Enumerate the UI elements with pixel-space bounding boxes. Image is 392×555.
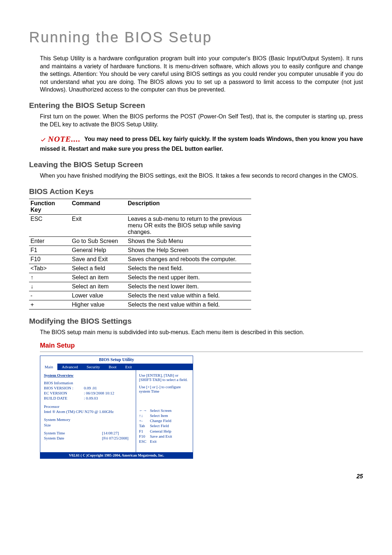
intro-paragraph: This Setup Utility is a hardware configu… <box>40 54 363 94</box>
system-time-value: [14:08:27] <box>102 430 119 436</box>
table-cell: ↓ <box>29 282 70 291</box>
table-cell: Shows the Sub Menu <box>126 236 251 246</box>
bios-help-key: ESC <box>139 439 150 444</box>
bios-help-key: +- <box>139 418 150 423</box>
table-cell: Selects the next upper item. <box>126 273 251 282</box>
page-number: 25 <box>29 473 363 480</box>
table-cell: Selects the next value within a field. <box>126 300 251 309</box>
action-keys-table: Function Key Command Description ESCExit… <box>29 199 251 309</box>
table-cell: Exit <box>70 214 126 236</box>
bios-info-label: BIOS Information <box>44 380 132 385</box>
bios-tab-main[interactable]: Main <box>40 364 57 370</box>
check-icon <box>40 136 46 143</box>
table-cell: Saves changes and reboots the computer. <box>126 255 251 264</box>
bios-version-value: 0.09 .01 <box>84 385 97 390</box>
bios-help-1: Use [ENTER], [TAB] or [SHIFT-TAB] to sel… <box>139 373 190 382</box>
bios-right-panel: Use [ENTER], [TAB] or [SHIFT-TAB] to sel… <box>136 370 193 452</box>
bios-help-desc: Select Screen <box>150 408 172 413</box>
note-text: You may need to press DEL key fairly qui… <box>40 136 363 152</box>
bios-help-key-row: F10Save and Exit <box>139 434 190 439</box>
table-cell: Selects the next field. <box>126 264 251 273</box>
table-cell: ↑ <box>29 273 70 282</box>
table-row: ESCExitLeaves a sub-menu to return to th… <box>29 214 251 236</box>
section-leaving: Leaving the BIOS Setup Screen <box>29 160 363 169</box>
note-label-text: NOTE.... <box>48 134 81 145</box>
bios-help-desc: Select Field <box>150 423 169 428</box>
table-row: +Higher valueSelects the next value with… <box>29 300 251 309</box>
bios-help-key: F1 <box>139 429 150 434</box>
bios-version-label: BIOS VERSION : <box>44 385 84 390</box>
bios-left-panel: System Overview BIOS Information BIOS VE… <box>40 370 136 452</box>
memory-label: System Memory <box>44 417 132 422</box>
table-row: ↓Select an itemSelects the next lower it… <box>29 282 251 291</box>
section-action-keys: BIOS Action Keys <box>29 187 363 196</box>
bios-help-key: F10 <box>139 434 150 439</box>
bios-help-key: ←→ <box>139 408 150 413</box>
bios-tab-boot[interactable]: Boot <box>105 364 121 370</box>
system-date-label: System Date <box>44 436 84 441</box>
ec-version-value: : 06/19/2008 10:12 <box>84 390 114 396</box>
system-time-label: System Time <box>44 430 84 436</box>
bios-help-key: ↑↓ <box>139 413 150 418</box>
table-row: -Lower valueSelects the next value withi… <box>29 291 251 300</box>
table-cell: Select a field <box>70 264 126 273</box>
bios-tab-exit[interactable]: Exit <box>121 364 136 370</box>
bios-help-desc: Save and Exit <box>150 434 172 439</box>
bios-help-key-row: ESCExit <box>139 439 190 444</box>
table-cell: General Help <box>70 246 126 255</box>
table-cell: Go to Sub Screen <box>70 236 126 246</box>
bios-help-key-row: F1General Help <box>139 429 190 434</box>
table-cell: ESC <box>29 214 70 236</box>
table-cell: F1 <box>29 246 70 255</box>
bios-copyright: V02.61 ( C )Copyright 1985-2004, America… <box>40 452 193 458</box>
table-cell: <Tab> <box>29 264 70 273</box>
bios-help-key-row: +-Change Field <box>139 418 190 423</box>
table-cell: Selects the next value within a field. <box>126 291 251 300</box>
page-title: Running the BIOS Setup <box>29 29 363 45</box>
table-cell: Lower value <box>70 291 126 300</box>
section-entering: Entering the BIOS Setup Screen <box>29 101 363 110</box>
table-row: <Tab>Select a fieldSelects the next fiel… <box>29 264 251 273</box>
bios-tab-security[interactable]: Security <box>82 364 105 370</box>
bios-tab-advanced[interactable]: Advanced <box>57 364 82 370</box>
table-cell: F10 <box>29 255 70 264</box>
bios-help-desc: Change Field <box>150 418 171 423</box>
col-function-key: Function Key <box>29 199 70 214</box>
memory-sub: Size <box>44 422 132 428</box>
bios-help-desc: General Help <box>150 429 171 434</box>
table-cell: Save and Exit <box>70 255 126 264</box>
ec-version-label: EC VERSION <box>44 390 84 396</box>
bios-help-key: Tab <box>139 423 150 428</box>
subsection-main-setup: Main Setup <box>40 342 363 349</box>
table-cell: Higher value <box>70 300 126 309</box>
system-date-value: [Fri 07/25/2008] <box>102 436 128 441</box>
note-label: NOTE.... <box>40 134 81 145</box>
table-cell: Leaves a sub-menu to return to the previ… <box>126 214 251 236</box>
bios-help-keys: ←→Select Screen↑↓Select Item+-Change Fie… <box>139 408 190 444</box>
processor-value: Intel ® Atom (TM) CPU N270 @ 1.60GHz <box>44 409 132 414</box>
leaving-body: When you have finished modifying the BIO… <box>40 172 363 180</box>
table-cell: Select an item <box>70 282 126 291</box>
col-command: Command <box>70 199 126 214</box>
bios-help-key-row: ↑↓Select Item <box>139 413 190 418</box>
table-row: ↑Select an itemSelects the next upper it… <box>29 273 251 282</box>
bios-help-2: Use [+] or [-] to configure system Time <box>139 385 190 393</box>
table-cell: Shows the Help Screen <box>126 246 251 255</box>
modifying-body: The BIOS setup main menu is subdivided i… <box>40 328 363 336</box>
bios-screenshot: BIOS Setup Utility MainAdvancedSecurityB… <box>40 356 193 459</box>
bios-help-key-row: ←→Select Screen <box>139 408 190 413</box>
build-date-value: : 0.09.03 <box>84 396 98 401</box>
table-cell: Selects the next lower item. <box>126 282 251 291</box>
table-cell: Select an item <box>70 273 126 282</box>
entering-body: First turn on the power. When the BIOS p… <box>40 113 363 128</box>
bios-help-desc: Select Item <box>150 413 168 418</box>
divider <box>40 352 363 352</box>
bios-tabs: MainAdvancedSecurityBootExit <box>40 364 193 370</box>
bios-title: BIOS Setup Utility <box>40 356 193 364</box>
bios-help-desc: Exit <box>150 439 156 444</box>
col-description: Description <box>126 199 251 214</box>
section-modifying: Modifying the BIOS Settings <box>29 317 363 325</box>
table-row: EnterGo to Sub ScreenShows the Sub Menu <box>29 236 251 246</box>
bios-overview-heading: System Overview <box>44 373 74 377</box>
build-date-label: BUILD DATE <box>44 396 84 401</box>
